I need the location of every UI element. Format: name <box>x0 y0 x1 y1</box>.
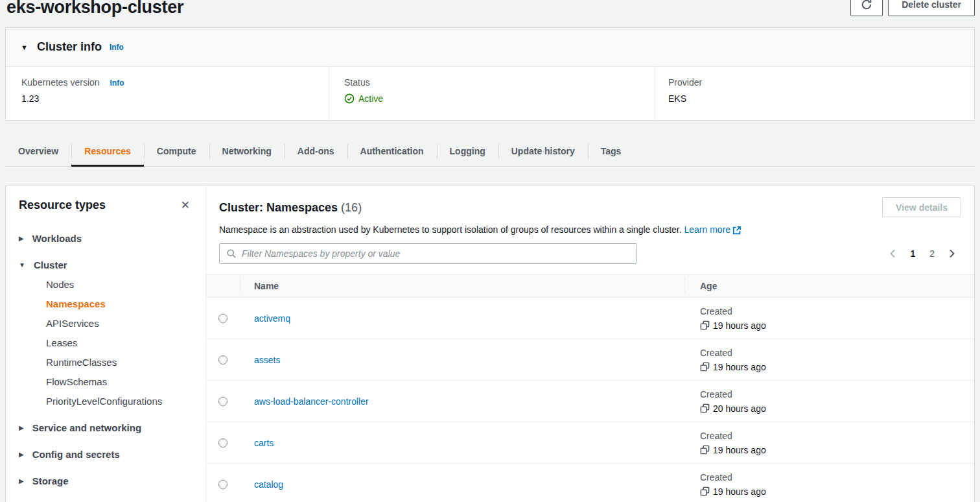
age-text: 19 hours ago <box>713 486 766 497</box>
search-icon <box>226 248 237 259</box>
table-row: catalog Created 19 hours ago <box>206 464 974 502</box>
age-text: 19 hours ago <box>713 445 766 455</box>
refresh-icon <box>861 0 872 10</box>
status-text: Active <box>358 93 383 104</box>
namespace-link[interactable]: assets <box>254 355 280 365</box>
namespace-link[interactable]: catalog <box>254 479 283 490</box>
sidebar-item-runtimeclasses[interactable]: RuntimeClasses <box>46 357 192 368</box>
external-link-icon <box>732 226 741 235</box>
table-row: aws-load-balancer-controller Created 20 … <box>206 381 974 422</box>
caret-right-icon: ▶ <box>19 235 24 242</box>
resources-panel: Resource types ✕ ▶ Workloads ▼ Cluster N… <box>5 185 975 502</box>
sidebar-item-apiservices[interactable]: APIServices <box>46 318 192 329</box>
age-cell: Created 20 hours ago <box>684 389 974 414</box>
delete-cluster-button[interactable]: Delete cluster <box>888 0 975 16</box>
filter-namespaces-input[interactable] <box>242 248 630 259</box>
cluster-info-body: Kubernetes version Info 1.23 Status Acti… <box>6 67 974 121</box>
age-text: 20 hours ago <box>713 403 766 414</box>
page-header: eks-workshop-cluster Delete cluster <box>0 0 980 26</box>
sidebar-group-cluster[interactable]: ▼ Cluster <box>19 259 192 270</box>
name-column-header: Name <box>240 281 684 291</box>
copy-icon <box>700 445 710 455</box>
tab-resources[interactable]: Resources <box>71 137 144 166</box>
copy-icon <box>700 486 710 496</box>
table-header-row: Name Age <box>206 274 974 298</box>
sidebar-group-workloads[interactable]: ▶ Workloads <box>19 233 192 244</box>
page-title: eks-workshop-cluster <box>6 0 183 18</box>
provider-label: Provider <box>668 77 974 88</box>
close-icon[interactable]: ✕ <box>178 197 192 213</box>
filter-box <box>219 243 637 264</box>
sidebar-item-flowschemas[interactable]: FlowSchemas <box>46 376 192 387</box>
table-row: carts Created 19 hours ago <box>206 422 974 464</box>
provider-field: Provider EKS <box>655 67 974 121</box>
row-radio[interactable] <box>218 480 228 489</box>
tab-logging[interactable]: Logging <box>437 137 498 166</box>
kubernetes-version-label: Kubernetes version Info <box>21 77 329 88</box>
pagination-prev-button[interactable] <box>885 246 900 261</box>
refresh-button[interactable] <box>850 0 883 16</box>
caret-right-icon: ▶ <box>19 424 24 431</box>
row-radio[interactable] <box>218 438 228 448</box>
kubernetes-version-info-link[interactable]: Info <box>110 78 124 88</box>
pagination-page-2[interactable]: 2 <box>926 246 939 261</box>
sidebar-group-service-and-networking[interactable]: ▶ Service and networking <box>19 422 192 433</box>
filter-row: 1 2 <box>219 243 961 264</box>
sidebar-item-namespaces[interactable]: Namespaces <box>46 298 192 309</box>
sidebar-item-nodes[interactable]: Nodes <box>46 279 192 290</box>
cluster-info-card: ▼ Cluster info Info Kubernetes version I… <box>5 27 975 121</box>
age-column-header: Age <box>684 281 974 291</box>
caret-right-icon: ▶ <box>19 451 24 458</box>
age-cell: Created 19 hours ago <box>684 306 974 331</box>
sidebar-item-leases[interactable]: Leases <box>46 337 192 348</box>
age-cell: Created 19 hours ago <box>684 348 974 372</box>
pagination: 1 2 <box>885 246 961 261</box>
namespaces-content: Cluster: Namespaces (16) View details Na… <box>206 185 974 502</box>
namespace-link[interactable]: activemq <box>254 313 290 324</box>
cluster-info-title: Cluster info <box>37 40 102 54</box>
sidebar-group-config-and-secrets[interactable]: ▶ Config and secrets <box>19 449 192 460</box>
tab-tags[interactable]: Tags <box>588 137 635 166</box>
row-radio[interactable] <box>218 355 228 365</box>
copy-icon <box>700 320 710 330</box>
status-field: Status Active <box>329 67 655 121</box>
row-radio[interactable] <box>218 397 228 406</box>
age-cell: Created 19 hours ago <box>684 431 974 455</box>
row-radio[interactable] <box>218 314 228 323</box>
sidebar-group-storage[interactable]: ▶ Storage <box>19 475 192 486</box>
copy-icon <box>700 403 710 413</box>
namespace-link[interactable]: aws-load-balancer-controller <box>254 396 369 407</box>
view-details-button[interactable]: View details <box>882 197 961 217</box>
namespaces-count: (16) <box>341 201 362 214</box>
caret-right-icon: ▶ <box>19 477 24 484</box>
pagination-page-1[interactable]: 1 <box>906 246 919 261</box>
kubernetes-version-field: Kubernetes version Info 1.23 <box>6 67 329 121</box>
learn-more-link[interactable]: Learn more <box>684 224 742 235</box>
check-circle-icon <box>344 93 355 104</box>
chevron-left-icon <box>889 249 896 258</box>
copy-icon <box>700 362 710 372</box>
tab-compute[interactable]: Compute <box>144 137 209 166</box>
cluster-tabs: Overview Resources Compute Networking Ad… <box>5 137 975 167</box>
table-row: activemq Created 19 hours ago <box>206 298 974 339</box>
sidebar-title: Resource types <box>19 198 106 212</box>
age-text: 19 hours ago <box>713 362 766 372</box>
cluster-info-info-link[interactable]: Info <box>110 43 124 52</box>
collapse-caret-icon[interactable]: ▼ <box>21 43 28 51</box>
namespace-link[interactable]: carts <box>254 438 274 448</box>
sidebar-item-prioritylevelconfigurations[interactable]: PriorityLevelConfigurations <box>46 396 192 407</box>
namespaces-table: Name Age activemq Created 19 hours ago a… <box>206 274 974 502</box>
provider-value: EKS <box>668 93 974 104</box>
header-actions: Delete cluster <box>850 0 975 16</box>
tab-add-ons[interactable]: Add-ons <box>285 137 347 166</box>
cluster-info-header[interactable]: ▼ Cluster info Info <box>6 28 974 67</box>
resource-types-sidebar: Resource types ✕ ▶ Workloads ▼ Cluster N… <box>6 185 206 502</box>
tab-networking[interactable]: Networking <box>209 137 285 166</box>
tab-authentication[interactable]: Authentication <box>347 137 437 166</box>
pagination-next-button[interactable] <box>945 246 959 261</box>
status-label: Status <box>344 77 655 88</box>
chevron-right-icon <box>949 249 955 258</box>
namespaces-heading: Cluster: Namespaces (16) <box>219 201 362 215</box>
tab-overview[interactable]: Overview <box>5 137 71 166</box>
tab-update-history[interactable]: Update history <box>498 137 588 166</box>
